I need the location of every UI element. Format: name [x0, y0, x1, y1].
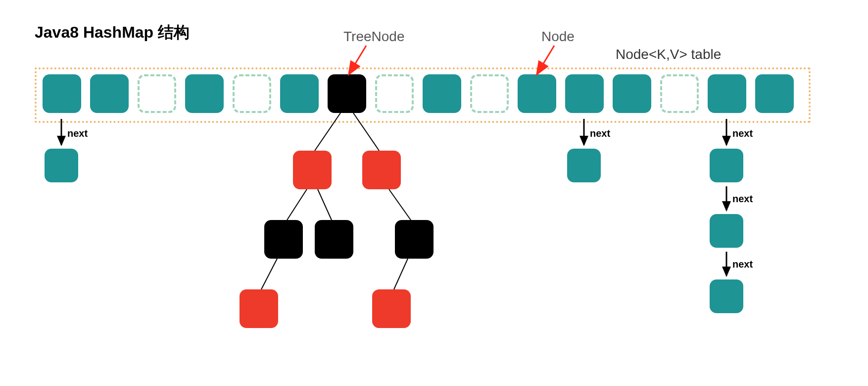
- bucket-3: [185, 74, 224, 113]
- bucket-12: [613, 74, 651, 113]
- label-treenode: TreeNode: [343, 29, 404, 45]
- bucket-4: [233, 74, 271, 113]
- edge-l2c-l3b: [394, 259, 408, 289]
- diagram-canvas: Java8 HashMap 结构 TreeNode Node Node<K,V>…: [0, 0, 868, 386]
- treenode-l2-b: [315, 220, 353, 259]
- bucket-6-treenode-root: [328, 74, 366, 113]
- bucket-15: [755, 74, 794, 113]
- bucket-1: [90, 74, 129, 113]
- bucket-14: [708, 74, 746, 113]
- bucket-10: [518, 74, 556, 113]
- treenode-l3-b: [372, 289, 411, 328]
- bucket-2: [138, 74, 176, 113]
- edge-l1l-l2b: [318, 189, 332, 220]
- bucket-9: [470, 74, 509, 113]
- bucket-5: [280, 74, 319, 113]
- edge-l1r-l2c: [389, 189, 411, 220]
- treenode-l1-left: [293, 151, 332, 189]
- chain-14-node-1: [710, 214, 743, 248]
- treenode-l2-a: [264, 220, 303, 259]
- bucket-0: [43, 74, 81, 113]
- label-node: Node: [541, 29, 575, 45]
- chain-14-node-0: [710, 149, 743, 182]
- next-label-14-1: next: [732, 193, 753, 205]
- treenode-l1-right: [362, 151, 401, 189]
- next-label-14-0: next: [732, 128, 753, 139]
- label-table: Node<K,V> table: [616, 47, 721, 62]
- edge-l2a-l3a: [261, 259, 277, 289]
- bucket-8: [423, 74, 461, 113]
- chain-0-node-0: [45, 149, 78, 182]
- bucket-13: [660, 74, 699, 113]
- chain-14-node-2: [710, 279, 743, 313]
- chain-11-node-0: [567, 149, 601, 182]
- treenode-l2-c: [395, 220, 434, 259]
- edge-l1l-l2a: [287, 189, 307, 220]
- next-label-14-2: next: [732, 259, 753, 270]
- bucket-7: [375, 74, 414, 113]
- bucket-11: [565, 74, 604, 113]
- next-label-0: next: [67, 128, 88, 139]
- diagram-title: Java8 HashMap 结构: [35, 22, 190, 44]
- next-label-11: next: [590, 128, 610, 139]
- treenode-l3-a: [240, 289, 278, 328]
